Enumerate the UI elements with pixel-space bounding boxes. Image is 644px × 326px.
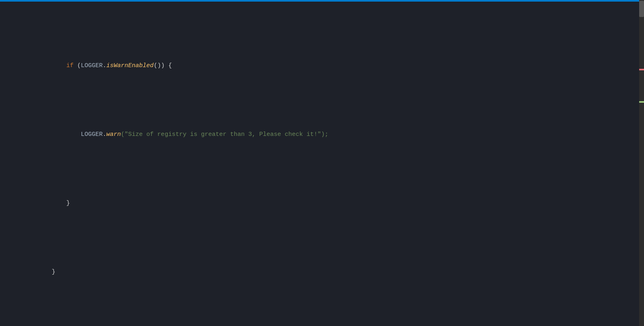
top-scroll-indicator [0, 0, 639, 2]
scrollbar-marker-red [639, 69, 644, 70]
code-line-1: if (LOGGER.isWarnEnabled()) { [4, 59, 644, 73]
scrollbar-thumb[interactable] [639, 1, 644, 17]
code-content: if (LOGGER.isWarnEnabled()) { LOGGER.war… [0, 0, 644, 326]
scrollbar-vertical[interactable] [639, 0, 644, 326]
code-line-2: LOGGER.warn("Size of registry is greater… [4, 128, 644, 142]
code-line-4: } [4, 265, 644, 279]
scrollbar-marker-green [639, 101, 644, 103]
line-content-2: LOGGER.warn("Size of registry is greater… [8, 114, 644, 155]
line-content-1: if (LOGGER.isWarnEnabled()) { [8, 45, 644, 87]
code-editor: if (LOGGER.isWarnEnabled()) { LOGGER.war… [0, 0, 644, 326]
kw-if: if [66, 62, 74, 69]
code-line-3: } [4, 197, 644, 210]
indent [37, 62, 66, 69]
